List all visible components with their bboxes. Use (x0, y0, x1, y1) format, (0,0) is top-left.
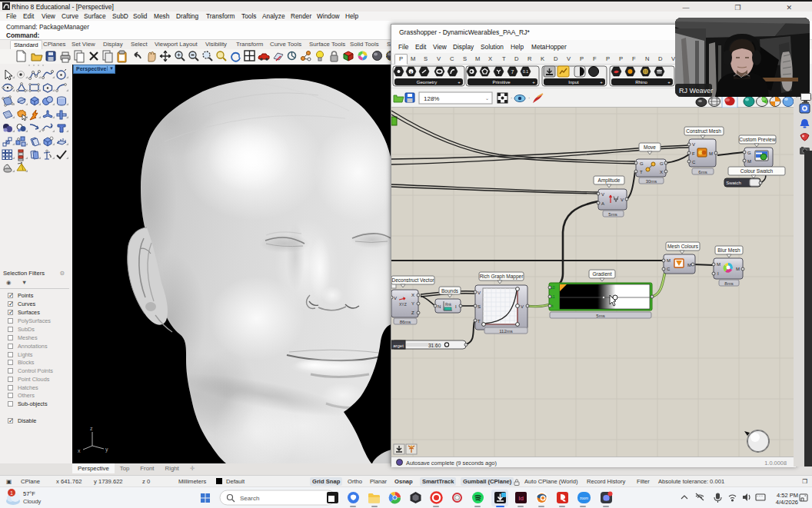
svg-text:Bounds: Bounds (441, 288, 459, 294)
svg-text:G: G (640, 161, 644, 166)
svg-text:Custom Preview: Custom Preview (739, 137, 776, 142)
svg-text:5ms: 5ms (596, 314, 604, 318)
svg-text:6ms: 6ms (698, 170, 707, 174)
svg-text:X: X (660, 170, 663, 174)
svg-text:Colour Swatch: Colour Swatch (740, 168, 774, 174)
svg-text:Z: Z (411, 310, 414, 315)
svg-text:Geometry: Geometry (417, 80, 437, 85)
svg-text:57°F: 57°F (23, 490, 35, 497)
svg-text:zoom: zoom (580, 496, 588, 500)
svg-text:7: 7 (511, 69, 514, 75)
svg-text:Blur Mesh: Blur Mesh (717, 247, 740, 253)
svg-text:V: V (521, 304, 524, 309)
svg-text:86ms: 86ms (400, 320, 411, 324)
svg-text:Construct Mesh: Construct Mesh (686, 128, 721, 134)
svg-text:+: + (458, 80, 461, 85)
svg-text:V: V (478, 291, 481, 295)
svg-text:Input: Input (568, 80, 579, 85)
svg-text:x: x (78, 448, 81, 453)
svg-text:Move: Move (644, 144, 656, 150)
svg-text:x: x (410, 70, 412, 75)
svg-text:Y: Y (411, 301, 414, 306)
svg-text:112ms: 112ms (499, 329, 513, 334)
svg-text:A: A (601, 201, 604, 206)
svg-text:Gradient: Gradient (593, 271, 612, 277)
svg-text:V: V (601, 192, 604, 197)
svg-text:Mesh Colours: Mesh Colours (667, 244, 699, 249)
svg-text:8ms: 8ms (724, 281, 733, 286)
svg-text:M: M (687, 263, 691, 267)
svg-text:M: M (736, 267, 740, 271)
svg-text:T: T (640, 170, 643, 174)
svg-text:M: M (717, 262, 720, 267)
svg-text:+: + (532, 80, 535, 85)
svg-text:0.1: 0.1 (523, 69, 528, 74)
svg-text:+: + (667, 80, 671, 85)
svg-text:1: 1 (10, 490, 13, 496)
svg-text:M: M (709, 151, 713, 156)
svg-text:N: N (438, 304, 441, 309)
svg-text:S: S (478, 304, 481, 309)
svg-text:Swatch: Swatch (726, 181, 741, 185)
svg-text:X: X (411, 293, 414, 297)
svg-text:T: T (478, 319, 481, 324)
svg-text:+: + (600, 80, 603, 85)
svg-text:·: · (528, 95, 530, 101)
svg-text:C: C (667, 267, 671, 271)
svg-text:4/4/2026: 4/4/2026 (776, 499, 798, 506)
svg-text:y: y (105, 447, 108, 453)
svg-text:G: G (747, 151, 751, 155)
svg-text:Id: Id (518, 495, 524, 502)
svg-text:V: V (394, 296, 397, 300)
svg-text:Rhino: Rhino (635, 80, 647, 85)
svg-text:RJ Weaver: RJ Weaver (679, 87, 713, 95)
svg-text:M: M (667, 258, 671, 263)
svg-text:5ms: 5ms (608, 212, 617, 217)
svg-text:C: C (692, 160, 696, 164)
svg-text:V: V (621, 198, 624, 202)
svg-text:31.60: 31.60 (428, 343, 441, 348)
svg-text:Primitive: Primitive (492, 80, 511, 85)
svg-text:F: F (692, 151, 695, 156)
svg-text:arget: arget (393, 344, 404, 348)
svg-text:30ms: 30ms (646, 179, 657, 184)
svg-text:4:52 PM: 4:52 PM (777, 492, 798, 499)
svg-text:V: V (692, 142, 695, 147)
svg-text:Amplitude: Amplitude (598, 178, 621, 184)
svg-text:XYZ: XYZ (399, 302, 407, 307)
svg-text:128%: 128% (424, 95, 439, 102)
svg-text:M: M (747, 159, 751, 164)
svg-text:Cloudy: Cloudy (23, 498, 42, 505)
svg-text:·: · (511, 95, 512, 101)
svg-text:Deconstruct Vector: Deconstruct Vector (392, 277, 435, 283)
svg-text:Rnk: Rnk (445, 303, 452, 307)
svg-text:Rich Graph Mapper: Rich Graph Mapper (480, 274, 524, 280)
svg-text:Search: Search (240, 495, 259, 502)
svg-text:⌄: ⌄ (485, 96, 489, 101)
svg-text:z: z (90, 426, 93, 431)
svg-text:G: G (660, 161, 664, 166)
